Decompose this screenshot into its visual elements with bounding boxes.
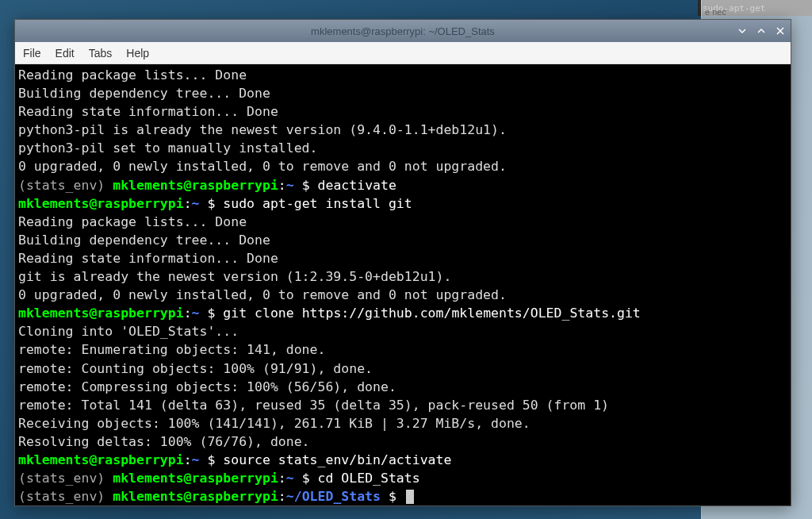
terminal-output: Building dependency tree... Done — [18, 233, 270, 248]
prompt-command: deactivate — [318, 178, 396, 193]
window-controls — [737, 25, 786, 37]
prompt-dollar: $ — [294, 471, 318, 486]
terminal-line: mklements@raspberrypi:~ $ sudo apt-get i… — [18, 194, 787, 213]
terminal-line: mklements@raspberrypi:~ $ source stats_e… — [18, 451, 787, 469]
terminal-window: mklements@raspberrypi: ~/OLED_Stats File… — [14, 19, 791, 506]
prompt-user-host: mklements@raspberrypi — [113, 489, 278, 504]
prompt-path: ~ — [286, 178, 294, 193]
terminal-line: Building dependency tree... Done — [18, 84, 787, 102]
close-icon — [776, 26, 785, 36]
terminal-output: Reading state information... Done — [18, 251, 278, 266]
titlebar[interactable]: mklements@raspberrypi: ~/OLED_Stats — [15, 20, 791, 42]
close-button[interactable] — [775, 25, 786, 37]
prompt-path: ~ — [286, 471, 294, 486]
maximize-button[interactable] — [756, 25, 767, 37]
terminal-line: python3-pil set to manually installed. — [18, 139, 787, 157]
prompt-path: ~ — [192, 452, 200, 467]
terminal-output: python3-pil is already the newest versio… — [18, 122, 507, 137]
prompt-colon: : — [278, 178, 286, 193]
prompt-env: (stats_env) — [18, 489, 113, 504]
terminal-output: remote: Compressing objects: 100% (56/56… — [18, 379, 396, 394]
terminal-line: mklements@raspberrypi:~ $ git clone http… — [18, 304, 787, 322]
menu-help[interactable]: Help — [126, 47, 149, 60]
terminal-output: Cloning into 'OLED_Stats'... — [18, 324, 239, 339]
window-title: mklements@raspberrypi: ~/OLED_Stats — [311, 25, 495, 37]
terminal-output: remote: Counting objects: 100% (91/91), … — [18, 361, 373, 376]
terminal-line: Reading state information... Done — [18, 102, 787, 121]
prompt-dollar: $ — [200, 306, 224, 321]
prompt-path: ~ — [192, 306, 200, 321]
prompt-colon: : — [184, 452, 192, 467]
menu-file[interactable]: File — [23, 47, 41, 60]
prompt-env: (stats_env) — [18, 471, 113, 486]
prompt-dollar: $ — [200, 452, 224, 467]
menu-tabs[interactable]: Tabs — [89, 47, 113, 60]
terminal-line: remote: Total 141 (delta 63), reused 35 … — [18, 396, 787, 414]
terminal-output: 0 upgraded, 0 newly installed, 0 to remo… — [18, 159, 507, 174]
terminal-line: Building dependency tree... Done — [18, 231, 787, 249]
terminal-line: remote: Compressing objects: 100% (56/56… — [18, 378, 787, 396]
prompt-dollar: $ — [200, 196, 224, 211]
terminal-line: Reading package lists... Done — [18, 66, 787, 84]
menubar: File Edit Tabs Help — [15, 42, 791, 64]
terminal-body[interactable]: Reading package lists... DoneBuilding de… — [15, 64, 791, 506]
terminal-line: python3-pil is already the newest versio… — [18, 121, 787, 139]
cursor — [406, 490, 414, 504]
prompt-command: source stats_env/bin/activate — [223, 452, 451, 467]
prompt-colon: : — [278, 489, 286, 504]
terminal-output: remote: Total 141 (delta 63), reused 35 … — [18, 398, 609, 413]
terminal-output: Resolving deltas: 100% (76/76), done. — [18, 434, 310, 449]
terminal-output: Reading package lists... Done — [18, 214, 247, 229]
terminal-output: Reading state information... Done — [18, 104, 278, 119]
prompt-user-host: mklements@raspberrypi — [18, 452, 184, 467]
terminal-line: Cloning into 'OLED_Stats'... — [18, 322, 787, 340]
terminal-output: python3-pil set to manually installed. — [18, 140, 318, 156]
terminal-line: Reading package lists... Done — [18, 213, 787, 231]
prompt-path: ~/OLED_Stats — [286, 489, 381, 504]
prompt-command: git clone https://github.com/mklements/O… — [223, 306, 641, 321]
menu-edit[interactable]: Edit — [56, 47, 75, 60]
terminal-line: Resolving deltas: 100% (76/76), done. — [18, 432, 787, 451]
terminal-line: (stats_env) mklements@raspberrypi:~ $ cd… — [18, 469, 787, 487]
terminal-output: Reading package lists... Done — [18, 67, 247, 83]
prompt-dollar: $ — [294, 178, 318, 193]
terminal-output: remote: Enumerating objects: 141, done. — [18, 342, 325, 357]
prompt-colon: : — [278, 471, 286, 486]
terminal-line: 0 upgraded, 0 newly installed, 0 to remo… — [18, 157, 787, 175]
terminal-output: git is already the newest version (1:2.3… — [18, 269, 451, 284]
prompt-colon: : — [184, 306, 192, 321]
chevron-up-icon — [756, 26, 766, 36]
terminal-output: Building dependency tree... Done — [18, 86, 270, 101]
prompt-user-host: mklements@raspberrypi — [18, 196, 184, 211]
prompt-user-host: mklements@raspberrypi — [113, 178, 278, 193]
prompt-colon: : — [184, 196, 192, 211]
prompt-user-host: mklements@raspberrypi — [18, 306, 184, 321]
terminal-line: git is already the newest version (1:2.3… — [18, 267, 787, 286]
terminal-line: remote: Enumerating objects: 141, done. — [18, 340, 787, 359]
terminal-line: 0 upgraded, 0 newly installed, 0 to remo… — [18, 286, 787, 304]
prompt-command: cd OLED_Stats — [318, 471, 420, 486]
prompt-path: ~ — [192, 196, 200, 211]
prompt-user-host: mklements@raspberrypi — [113, 471, 278, 486]
prompt-dollar: $ — [381, 489, 404, 504]
prompt-env: (stats_env) — [18, 178, 113, 193]
prompt-command: sudo apt-get install git — [223, 196, 412, 211]
terminal-line: (stats_env) mklements@raspberrypi:~ $ de… — [18, 176, 787, 194]
terminal-line: remote: Counting objects: 100% (91/91), … — [18, 359, 787, 378]
minimize-button[interactable] — [737, 25, 748, 37]
terminal-output: Receiving objects: 100% (141/141), 261.7… — [18, 416, 530, 431]
terminal-line: Receiving objects: 100% (141/141), 261.7… — [18, 414, 787, 432]
terminal-line: Reading state information... Done — [18, 249, 787, 267]
chevron-down-icon — [737, 26, 747, 36]
terminal-line: (stats_env) mklements@raspberrypi:~/OLED… — [18, 487, 787, 506]
terminal-output: 0 upgraded, 0 newly installed, 0 to remo… — [18, 287, 507, 302]
